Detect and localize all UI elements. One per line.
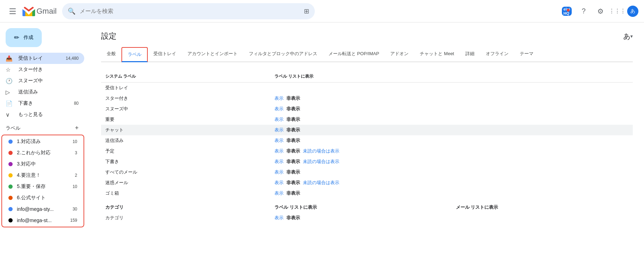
gmail-logo-svg <box>22 6 35 16</box>
sent-icon: ▷ <box>6 89 13 96</box>
compose-button[interactable]: ✏ 作成 <box>6 28 42 47</box>
snoozed-label: スヌーズ中 <box>18 78 79 84</box>
show-link-spam[interactable]: 表示 <box>274 180 284 186</box>
show-link-starred[interactable]: 表示 <box>274 95 284 102</box>
menu-button[interactable] <box>6 4 20 18</box>
tab-addons[interactable]: アドオン <box>385 47 414 62</box>
sidebar-item-snoozed[interactable]: 🕐 スヌーズ中 <box>0 75 84 86</box>
label-count-5: 10 <box>73 184 77 189</box>
compose-icon: ✏ <box>14 34 19 41</box>
row-show-snoozed: 表示 非表示 <box>270 104 451 114</box>
label-name-8: info@mega-st... <box>17 218 66 223</box>
row-show-spam: 表示 非表示 未読の場合は表示 <box>270 177 451 188</box>
mail-list-col-header <box>452 71 633 83</box>
label-dot-7 <box>8 207 13 211</box>
label-name-2: 2.これから対応 <box>17 150 71 156</box>
row-name-scheduled: 予定 <box>101 146 270 156</box>
label-count-8: 159 <box>70 218 77 223</box>
sidebar-item-drafts[interactable]: 📄 下書き 80 <box>0 98 84 109</box>
show-hide-spam: 表示 非表示 未読の場合は表示 <box>274 180 447 186</box>
tab-forwarding[interactable]: メール転送と POP/IMAP <box>323 47 385 62</box>
row-mail-drafts <box>452 156 633 167</box>
row-show-trash: 表示 非表示 <box>270 188 451 199</box>
settings-tabs: 全般 ラベル 受信トレイ アカウントとインポート フィルタとブロック中のアドレス… <box>101 47 633 62</box>
add-label-button[interactable]: + <box>75 124 79 132</box>
search-bar[interactable]: 🔍 ⊞ <box>62 3 315 19</box>
show-link-trash[interactable]: 表示 <box>274 190 284 196</box>
label-item-4[interactable]: 4.要注意！ 2 <box>2 170 84 181</box>
show-link-drafts[interactable]: 表示 <box>274 158 284 165</box>
label-dot-2 <box>8 151 13 155</box>
sidebar-item-starred[interactable]: ☆ スター付き <box>0 64 84 75</box>
show-unread-spam[interactable]: 未読の場合は表示 <box>303 180 339 186</box>
system-labels-col-header: システム ラベル <box>101 71 270 83</box>
settings-icon: ⚙ <box>597 7 604 15</box>
tab-chat[interactable]: チャットと Meet <box>414 47 460 62</box>
table-row-chat: チャット 表示 非表示 <box>101 125 633 135</box>
show-link-chat[interactable]: 表示 <box>274 127 284 133</box>
main-layout: ✏ 作成 📥 受信トレイ 14,480 ☆ スター付き 🕐 スヌーズ中 <box>0 22 644 272</box>
show-link-cat1[interactable]: 表示 <box>274 215 284 221</box>
labels-section-header: ラベル + <box>0 123 84 133</box>
show-unread-scheduled[interactable]: 未読の場合は表示 <box>303 148 339 154</box>
row-show-inbox <box>270 83 451 93</box>
show-link-sent[interactable]: 表示 <box>274 137 284 144</box>
sidebar-item-more[interactable]: ∨ もっと見る <box>0 109 84 120</box>
elohq-button[interactable]: eloiHQ <box>560 4 574 18</box>
show-link-all[interactable]: 表示 <box>274 169 284 175</box>
show-unread-drafts[interactable]: 未読の場合は表示 <box>303 158 339 165</box>
label-item-1[interactable]: 1.対応済み 10 <box>2 136 84 147</box>
row-mail-scheduled <box>452 146 633 156</box>
row-mail-chat <box>452 125 633 135</box>
hide-text-snoozed: 非表示 <box>286 106 300 112</box>
row-name-drafts: 下書き <box>101 156 270 167</box>
sidebar-item-sent[interactable]: ▷ 送信済み <box>0 86 84 98</box>
label-item-2[interactable]: 2.これから対応 3 <box>2 147 84 158</box>
settings-button[interactable]: ⚙ <box>593 4 608 18</box>
label-item-7[interactable]: info@mega-sty... 30 <box>2 203 84 215</box>
label-item-3[interactable]: 3.対応中 <box>2 158 84 170</box>
tab-filters[interactable]: フィルタとブロック中のアドレス <box>243 47 323 62</box>
tab-labels[interactable]: ラベル <box>121 47 148 62</box>
tab-general[interactable]: 全般 <box>101 47 121 62</box>
help-button[interactable]: ? <box>577 4 591 18</box>
table-row-snoozed: スヌーズ中 表示 非表示 <box>101 104 633 114</box>
settings-avatar-dropdown[interactable]: あ <box>623 32 630 41</box>
search-input[interactable] <box>80 8 300 14</box>
elohq-badge: eloiHQ <box>562 7 572 16</box>
sidebar-item-inbox[interactable]: 📥 受信トレイ 14,480 <box>0 53 84 64</box>
tab-themes[interactable]: テーマ <box>514 47 539 62</box>
show-link-snoozed[interactable]: 表示 <box>274 106 284 112</box>
label-dot-4 <box>8 173 13 177</box>
settings-avatar-chevron[interactable]: ▾ <box>630 33 633 39</box>
top-bar: Gmail 🔍 ⊞ eloiHQ ? ⚙ ⋮⋮⋮ あ <box>0 0 644 22</box>
table-row-scheduled: 予定 表示 非表示 未読の場合は表示 <box>101 146 633 156</box>
apps-button[interactable]: ⋮⋮⋮ <box>610 4 624 18</box>
row-mail-spam <box>452 177 633 188</box>
show-link-scheduled[interactable]: 表示 <box>274 148 284 154</box>
show-link-important[interactable]: 表示 <box>274 116 284 123</box>
label-item-5[interactable]: 5.重要・保存 10 <box>2 181 84 192</box>
tab-inbox[interactable]: 受信トレイ <box>148 47 182 62</box>
label-dot-1 <box>8 140 13 144</box>
row-show-starred: 表示 非表示 <box>270 93 451 104</box>
row-name-important: 重要 <box>101 114 270 125</box>
tab-advanced[interactable]: 詳細 <box>460 47 480 62</box>
category-mail-col-header: メール リストに表示 <box>452 199 633 213</box>
tab-offline[interactable]: オフライン <box>480 47 514 62</box>
drafts-icon: 📄 <box>6 100 13 107</box>
label-item-8[interactable]: info@mega-st... 159 <box>2 215 84 226</box>
drafts-count: 80 <box>74 101 79 106</box>
row-mail-inbox <box>452 83 633 93</box>
top-right-actions: eloiHQ ? ⚙ ⋮⋮⋮ あ <box>560 4 638 18</box>
show-hide-sent: 表示 非表示 <box>274 137 447 144</box>
show-hide-chat: 表示 非表示 <box>274 127 447 133</box>
label-name-4: 4.要注意！ <box>17 172 71 179</box>
row-show-chat: 表示 非表示 <box>270 125 451 135</box>
row-name-chat: チャット <box>101 125 270 135</box>
label-item-6[interactable]: 6.公式サイト <box>2 192 84 203</box>
hide-text-all: 非表示 <box>286 169 300 175</box>
avatar[interactable]: あ <box>627 6 638 17</box>
tab-accounts[interactable]: アカウントとインポート <box>182 47 243 62</box>
filter-icon[interactable]: ⊞ <box>304 7 309 15</box>
